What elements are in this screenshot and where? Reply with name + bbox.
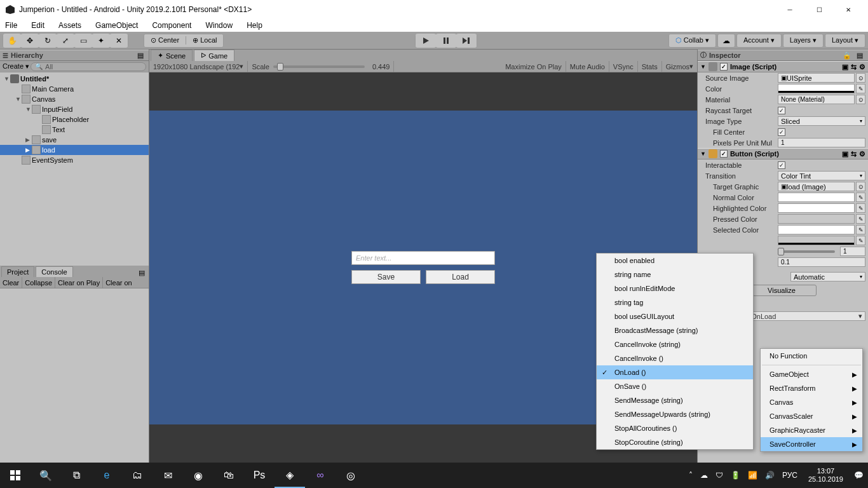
object-picker-icon[interactable]: ⊙	[856, 95, 865, 104]
ctx-item[interactable]: RectTransform▶	[761, 381, 862, 395]
ctx-item[interactable]: CancelInvoke (string)	[597, 337, 753, 351]
menu-edit[interactable]: Edit	[31, 21, 44, 30]
tree-row-selected[interactable]: ▶load	[0, 145, 149, 155]
layout-dropdown[interactable]: Layout ▾	[825, 36, 865, 44]
game-tab[interactable]: ᐅGame	[194, 50, 234, 61]
ctx-item[interactable]: BroadcastMessage (string)	[597, 323, 753, 337]
vs-icon[interactable]: ∞	[305, 463, 336, 488]
obs-icon[interactable]: ◎	[336, 463, 366, 488]
menu-help[interactable]: Help	[247, 21, 262, 30]
ctx-item[interactable]: string name	[597, 268, 753, 281]
ctx-item[interactable]: StopCoroutine (string)	[597, 435, 753, 449]
ctx-item-highlighted[interactable]: SaveController▶	[761, 437, 862, 451]
component-button-header[interactable]: ▼ ✓ Button (Script) ▣ ⇆ ⚙	[698, 148, 868, 159]
ctx-item-nofunction[interactable]: No Function	[761, 349, 862, 363]
ctx-item[interactable]: GraphicRaycaster▶	[761, 423, 862, 437]
color-field[interactable]	[778, 84, 855, 93]
maximize-button[interactable]: ☐	[804, 0, 834, 19]
taskview-icon[interactable]: ⧉	[61, 463, 92, 488]
image-type-dropdown[interactable]: Sliced▾	[778, 116, 865, 126]
pause-button[interactable]	[436, 34, 456, 48]
ctx-item[interactable]: Canvas▶	[761, 395, 862, 409]
ctx-item[interactable]: SendMessageUpwards (string)	[597, 407, 753, 421]
pivot-center-toggle[interactable]: ⊙ Center	[144, 36, 186, 44]
navigation-dropdown[interactable]: Automatic▾	[790, 272, 865, 281]
tray-wifi-icon[interactable]: 📶	[746, 471, 759, 480]
help-icon[interactable]: ▣	[842, 150, 848, 158]
normal-color-field[interactable]	[778, 193, 855, 202]
highlighted-color-field[interactable]	[778, 203, 855, 213]
source-image-field[interactable]: ▣UISprite	[778, 73, 855, 83]
photoshop-icon[interactable]: Ps	[244, 463, 275, 488]
tree-row[interactable]: ▶save	[0, 135, 149, 145]
edge-icon[interactable]: e	[92, 463, 122, 488]
project-tab[interactable]: Project	[1, 266, 34, 277]
transform-tool[interactable]: ✦	[92, 34, 110, 48]
vsync-toggle[interactable]: VSync	[609, 61, 638, 72]
search-icon[interactable]: 🔍	[31, 463, 61, 488]
menu-gameobject[interactable]: GameObject	[95, 21, 138, 30]
interactable-checkbox[interactable]: ✓	[778, 161, 785, 169]
maximize-on-play-toggle[interactable]: Maximize On Play	[501, 61, 566, 72]
component-image-header[interactable]: ▼ ✓ Image (Script) ▣ ⇆ ⚙	[698, 61, 868, 72]
game-save-button[interactable]: Save	[351, 270, 421, 284]
preset-icon[interactable]: ⇆	[851, 150, 857, 158]
game-load-button[interactable]: Load	[426, 270, 495, 284]
custom-tool[interactable]: ✕	[110, 34, 128, 48]
tree-row[interactable]: ▼Canvas	[0, 94, 149, 104]
eyedropper-icon[interactable]: ✎	[856, 236, 865, 245]
game-text-input[interactable]: Enter text...	[351, 251, 495, 265]
ctx-item[interactable]: bool enabled	[597, 254, 753, 268]
game-scale-slider[interactable]: Scale 0.449	[248, 61, 394, 72]
play-button[interactable]	[416, 34, 436, 48]
account-dropdown[interactable]: Account ▾	[737, 36, 781, 44]
object-picker-icon[interactable]: ⊙	[856, 73, 865, 83]
preset-icon[interactable]: ⇆	[851, 63, 857, 71]
disabled-color-field[interactable]	[778, 236, 855, 245]
tray-lang[interactable]: РУС	[780, 471, 799, 480]
tree-row[interactable]: Placeholder	[0, 114, 149, 125]
console-collapse[interactable]: Collapse	[22, 277, 55, 288]
gizmos-dropdown[interactable]: Gizmos ▾	[662, 61, 697, 72]
fillcenter-checkbox[interactable]: ✓	[778, 128, 785, 136]
rotate-tool[interactable]: ↻	[39, 34, 57, 48]
move-tool[interactable]: ✥	[21, 34, 39, 48]
hierarchy-create-dropdown[interactable]: Create ▾	[3, 62, 29, 71]
collab-button[interactable]: ⬡ Collab ▾	[669, 36, 715, 44]
panel-menu-icon[interactable]: ▤	[854, 51, 865, 60]
mail-icon[interactable]: ✉	[153, 463, 183, 488]
tray-battery-icon[interactable]: 🔋	[729, 471, 742, 480]
menu-component[interactable]: Component	[152, 21, 191, 30]
ctx-item[interactable]: OnSave ()	[597, 379, 753, 393]
tray-onedrive-icon[interactable]: ☁	[698, 471, 710, 480]
eyedropper-icon[interactable]: ✎	[856, 84, 865, 93]
tree-scene-row[interactable]: ▼Untitled*	[0, 74, 149, 84]
tray-defender-icon[interactable]: 🛡	[714, 471, 725, 480]
eyedropper-icon[interactable]: ✎	[856, 214, 865, 224]
minimize-button[interactable]: ─	[775, 0, 804, 19]
tree-row[interactable]: Text	[0, 125, 149, 135]
explorer-icon[interactable]: 🗂	[122, 463, 153, 488]
ctx-item[interactable]: SendMessage (string)	[597, 393, 753, 407]
layers-dropdown[interactable]: Layers ▾	[783, 36, 823, 44]
tree-row[interactable]: ▼InputField	[0, 104, 149, 114]
gear-icon[interactable]: ⚙	[859, 63, 865, 71]
fade-duration-field[interactable]: 0.1	[778, 257, 865, 267]
menu-window[interactable]: Window	[205, 21, 233, 30]
raycast-checkbox[interactable]: ✓	[778, 107, 785, 114]
transition-dropdown[interactable]: Color Tint▾	[778, 171, 865, 180]
ctx-item[interactable]: bool useGUILayout	[597, 309, 753, 323]
console-clearon[interactable]: Clear on	[103, 277, 135, 288]
ctx-item[interactable]: GameObject▶	[761, 367, 862, 381]
target-graphic-field[interactable]: ▣load (Image)	[778, 182, 855, 191]
game-aspect-dropdown[interactable]: 1920x1080 Landscape (192▾	[149, 61, 248, 72]
object-picker-icon[interactable]: ⊙	[856, 182, 865, 191]
cloud-button[interactable]: ☁	[717, 34, 735, 48]
hierarchy-search-input[interactable]: 🔍All	[31, 62, 146, 71]
ctx-item[interactable]: bool runInEditMode	[597, 281, 753, 295]
hand-tool[interactable]: ✋	[3, 34, 21, 48]
stats-toggle[interactable]: Stats	[638, 61, 662, 72]
tray-up-icon[interactable]: ˄	[687, 471, 695, 480]
console-clear[interactable]: Clear	[0, 277, 22, 288]
rect-tool[interactable]: ▭	[74, 34, 92, 48]
